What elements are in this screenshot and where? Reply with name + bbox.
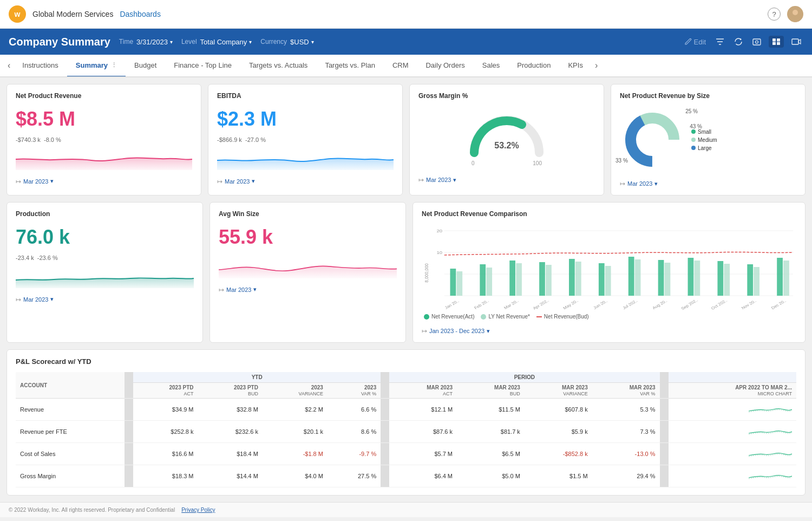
mar-var-cell: -$852.8 k bbox=[525, 443, 592, 465]
avg-win-size-footer-arrow-icon: ↦ bbox=[219, 286, 224, 294]
revenue-comparison-card: Net Product Revenue Comparison 8,000,000… bbox=[412, 202, 806, 343]
svg-rect-35 bbox=[658, 260, 664, 296]
tab-menu-icon[interactable]: ⋮ bbox=[111, 62, 117, 69]
edit-button[interactable]: Edit bbox=[682, 36, 708, 48]
time-filter[interactable]: Time 3/31/2023 ▾ bbox=[119, 38, 173, 46]
variance-cell: $4.0 M bbox=[263, 465, 328, 487]
tab-summary[interactable]: Summary ⋮ bbox=[67, 55, 126, 77]
ptd-act-cell: $34.9 M bbox=[133, 399, 198, 421]
avg-win-size-title: Avg Win Size bbox=[219, 210, 397, 218]
variance-cell: $2.2 M bbox=[263, 399, 328, 421]
medium-legend-dot bbox=[691, 138, 696, 142]
cards-row-2: Production 76.0 k -23.4 k -23.6 % ↦ Mar … bbox=[6, 202, 806, 343]
mar-bud-cell: $5.0 M bbox=[457, 465, 525, 487]
mar-var-cell: $1.5 M bbox=[525, 465, 592, 487]
production-footer-arrow-icon: ↦ bbox=[16, 296, 21, 303]
svg-rect-42 bbox=[754, 267, 759, 296]
svg-rect-31 bbox=[599, 263, 605, 296]
micro-chart-cell bbox=[669, 399, 796, 421]
svg-rect-37 bbox=[688, 258, 694, 296]
tab-targets-vs-plan[interactable]: Targets vs. Plan bbox=[316, 55, 384, 77]
revenue-by-size-title: Net Product Revenue by Size bbox=[620, 92, 796, 100]
tab-kpis[interactable]: KPIs bbox=[559, 55, 591, 77]
tab-daily-orders[interactable]: Daily Orders bbox=[417, 55, 473, 77]
svg-rect-5 bbox=[777, 38, 780, 42]
account-cell: Cost of Sales bbox=[16, 443, 125, 465]
ptd-act-header: 2023 PTDACT bbox=[133, 383, 198, 399]
var-pct-cell: 8.6 % bbox=[328, 421, 381, 443]
tab-instructions[interactable]: Instructions bbox=[14, 55, 67, 77]
time-value[interactable]: 3/31/2023 ▾ bbox=[136, 38, 173, 46]
table-row: Revenue $34.9 M $32.8 M $2.2 M 6.6 % $12… bbox=[16, 399, 796, 421]
var-pct-cell: 6.6 % bbox=[328, 399, 381, 421]
net-product-revenue-footer[interactable]: ↦ Mar 2023 ▾ bbox=[16, 178, 192, 185]
svg-rect-24 bbox=[486, 268, 492, 296]
svg-rect-44 bbox=[783, 260, 789, 296]
header-actions: Edit bbox=[682, 35, 803, 48]
avg-win-size-footer[interactable]: ↦ Mar 2023 ▾ bbox=[219, 286, 397, 294]
legend-dot-ly bbox=[481, 314, 486, 320]
svg-text:Jun 20..: Jun 20.. bbox=[592, 299, 608, 310]
large-legend-dot bbox=[691, 146, 696, 150]
var-pct-cell: 27.5 % bbox=[328, 465, 381, 487]
svg-rect-7 bbox=[777, 42, 780, 45]
svg-rect-30 bbox=[575, 262, 581, 296]
legend-medium: Medium bbox=[691, 137, 717, 143]
revenue-comparison-arrow-icon: ↦ bbox=[422, 327, 427, 335]
svg-rect-25 bbox=[509, 260, 515, 296]
svg-rect-38 bbox=[694, 260, 700, 296]
svg-rect-41 bbox=[747, 264, 753, 296]
tab-finance-top-line[interactable]: Finance - Top Line bbox=[165, 55, 240, 77]
user-avatar[interactable] bbox=[787, 6, 803, 22]
tab-production[interactable]: Production bbox=[508, 55, 559, 77]
var-pct-header: 2023VAR % bbox=[328, 383, 381, 399]
production-footer-chevron-icon: ▾ bbox=[50, 296, 54, 303]
ebitda-footer[interactable]: ↦ Mar 2023 ▾ bbox=[217, 178, 394, 185]
production-delta: -23.4 k -23.6 % bbox=[16, 255, 194, 261]
tab-crm[interactable]: CRM bbox=[384, 55, 417, 77]
screenshot-button[interactable] bbox=[750, 36, 763, 48]
ptd-act-cell: $252.8 k bbox=[133, 421, 198, 443]
currency-filter[interactable]: Currency $USD ▾ bbox=[260, 38, 313, 46]
filter-button[interactable] bbox=[713, 36, 726, 48]
privacy-policy-link[interactable]: Privacy Policy bbox=[181, 507, 215, 513]
currency-chevron-icon: ▾ bbox=[311, 39, 314, 45]
legend-large: Large bbox=[691, 145, 717, 151]
grid-view-button[interactable] bbox=[769, 36, 784, 48]
company-name: Global Modern Services bbox=[32, 10, 113, 18]
mar-var-header: MAR 2023VARIANCE bbox=[525, 383, 592, 399]
revenue-by-size-footer[interactable]: ↦ Mar 2023 ▾ bbox=[620, 180, 796, 187]
svg-text:Mar 20..: Mar 20.. bbox=[503, 298, 520, 310]
tab-targets-vs-actuals[interactable]: Targets vs. Actuals bbox=[240, 55, 316, 77]
gross-margin-footer[interactable]: ↦ Mar 2023 ▾ bbox=[418, 176, 595, 184]
dashboards-link[interactable]: Dashboards bbox=[120, 10, 161, 18]
svg-rect-29 bbox=[569, 259, 575, 296]
refresh-button[interactable] bbox=[732, 35, 745, 48]
level-value[interactable]: Total Company ▾ bbox=[200, 38, 252, 46]
variance-header: 2023VARIANCE bbox=[263, 383, 328, 399]
net-product-revenue-chart bbox=[16, 148, 192, 170]
svg-point-0 bbox=[793, 10, 798, 15]
video-button[interactable] bbox=[789, 36, 803, 48]
cards-row-1: Net Product Revenue $8.5 M -$740.3 k -8.… bbox=[6, 84, 806, 196]
tab-budget[interactable]: Budget bbox=[126, 55, 165, 77]
mar-var-cell: $5.9 k bbox=[525, 421, 592, 443]
mar-varpct-header: MAR 2023VAR % bbox=[592, 383, 660, 399]
svg-text:8,000,000: 8,000,000 bbox=[423, 263, 429, 283]
mar-bud-cell: $81.7 k bbox=[457, 421, 525, 443]
help-icon[interactable]: ? bbox=[768, 8, 781, 21]
footer-chevron-icon: ▾ bbox=[50, 178, 54, 185]
ebitda-footer-chevron-icon: ▾ bbox=[252, 178, 255, 185]
level-filter[interactable]: Level Total Company ▾ bbox=[181, 38, 252, 46]
revenue-comparison-footer[interactable]: ↦ Jan 2023 - Dec 2023 ▾ bbox=[422, 327, 796, 335]
ebitda-title: EBITDA bbox=[217, 92, 394, 100]
gross-margin-footer-arrow-icon: ↦ bbox=[418, 176, 424, 184]
currency-value[interactable]: $USD ▾ bbox=[290, 38, 314, 46]
svg-text:Oct 202..: Oct 202.. bbox=[710, 298, 728, 311]
svg-rect-8 bbox=[792, 39, 798, 44]
gross-margin-card: Gross Margin % 53.2% 0 100 ↦ Mar 2023 bbox=[409, 84, 604, 196]
production-footer[interactable]: ↦ Mar 2023 ▾ bbox=[16, 296, 194, 303]
tabs-prev-button[interactable]: ‹ bbox=[4, 56, 14, 75]
tab-sales[interactable]: Sales bbox=[474, 55, 509, 77]
tabs-next-button[interactable]: › bbox=[592, 56, 601, 75]
